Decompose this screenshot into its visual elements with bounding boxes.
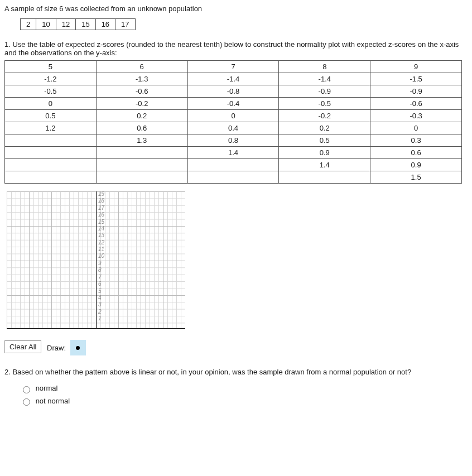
ytick: 5 xyxy=(98,288,102,294)
ytick: 9 xyxy=(98,260,102,266)
ztable-cell: -1.3 xyxy=(96,73,187,85)
ztable-cell: 0 xyxy=(5,98,97,110)
ztable-cell: -0.6 xyxy=(96,85,187,98)
ztable-cell: -0.4 xyxy=(187,98,279,110)
ztable-cell: 0.9 xyxy=(370,159,462,171)
radio-not-normal[interactable] xyxy=(23,398,30,406)
ytick: 3 xyxy=(98,301,102,307)
sample-cell: 16 xyxy=(95,19,115,30)
ytick: 4 xyxy=(98,295,102,301)
ztable-cell: -0.6 xyxy=(370,98,462,110)
ztable-cell: 0.6 xyxy=(96,122,187,134)
ytick: 17 xyxy=(98,205,104,211)
ztable-cell: -0.8 xyxy=(187,85,279,98)
y-axis xyxy=(96,191,97,329)
ztable-cell: -0.9 xyxy=(370,85,462,98)
ztable-cell: -0.2 xyxy=(279,110,370,122)
ytick: 2 xyxy=(98,309,102,315)
ztable-cell xyxy=(96,147,187,159)
sample-cell: 17 xyxy=(115,19,135,30)
dot-icon xyxy=(76,346,80,350)
ytick: 8 xyxy=(98,267,102,273)
ztable-cell xyxy=(5,159,97,171)
ztable-cell: 0.2 xyxy=(96,110,187,122)
ytick: 16 xyxy=(98,211,104,218)
sample-cell: 12 xyxy=(56,19,75,30)
ytick: 13 xyxy=(98,232,104,238)
ztable-cell: 0.3 xyxy=(370,134,462,147)
option-normal[interactable]: normal xyxy=(20,384,57,392)
ztable-cell: 0.5 xyxy=(279,134,370,147)
ztable-cell: 1.4 xyxy=(187,147,279,159)
ztable-cell: -0.5 xyxy=(5,85,97,98)
ztable-header: 7 xyxy=(187,61,279,73)
sample-cell: 2 xyxy=(21,19,36,30)
ytick: 14 xyxy=(98,225,104,232)
ytick: 15 xyxy=(98,219,104,225)
option-not-normal-label: not normal xyxy=(36,397,70,405)
ztable-cell: -0.2 xyxy=(96,98,187,110)
question-1-text: 1. Use the table of expected z-scores (r… xyxy=(4,40,468,57)
ztable-cell: 0.4 xyxy=(187,122,279,134)
clear-all-button[interactable]: Clear All xyxy=(4,340,41,353)
zscore-table: 5 6 7 8 9 -1.2-1.3-1.4-1.4-1.5 -0.5-0.6-… xyxy=(4,60,462,184)
ztable-cell: 0 xyxy=(370,122,462,134)
ztable-cell: -0.9 xyxy=(279,85,370,98)
ztable-header: 9 xyxy=(370,61,462,73)
ztable-cell xyxy=(187,159,279,171)
option-not-normal[interactable]: not normal xyxy=(20,397,70,405)
ztable-header: 5 xyxy=(5,61,97,73)
ytick: 12 xyxy=(98,239,104,246)
ztable-cell: -1.2 xyxy=(5,73,97,85)
question-2-text: 2. Based on whether the pattern above is… xyxy=(4,368,468,376)
ztable-cell: 0.9 xyxy=(279,147,370,159)
ytick: 6 xyxy=(98,281,102,287)
ztable-cell: -1.5 xyxy=(370,73,462,85)
intro-text: A sample of size 6 was collected from an… xyxy=(4,4,468,13)
normality-plot-canvas[interactable]: 19 18 17 16 15 14 13 12 11 10 9 8 7 6 5 … xyxy=(7,191,185,336)
sample-cell: 15 xyxy=(76,19,95,30)
sample-cell: 10 xyxy=(36,19,56,30)
ztable-cell: -1.4 xyxy=(187,73,279,85)
ztable-cell xyxy=(187,171,279,184)
ytick: 11 xyxy=(98,246,104,252)
ztable-cell: -1.4 xyxy=(279,73,370,85)
ztable-cell: -0.3 xyxy=(370,110,462,122)
ztable-cell: -0.5 xyxy=(279,98,370,110)
ztable-header: 6 xyxy=(96,61,187,73)
ytick: 10 xyxy=(98,253,104,259)
ztable-cell xyxy=(5,147,97,159)
ztable-cell: 1.4 xyxy=(279,159,370,171)
draw-point-tool[interactable] xyxy=(70,340,86,355)
ytick: 7 xyxy=(98,274,102,280)
ztable-cell: 1.5 xyxy=(370,171,462,184)
ztable-header: 8 xyxy=(279,61,370,73)
radio-normal[interactable] xyxy=(23,386,30,393)
ztable-cell: 0 xyxy=(187,110,279,122)
ztable-cell: 0.8 xyxy=(187,134,279,147)
ytick: 19 xyxy=(98,191,104,197)
ztable-cell xyxy=(5,171,97,184)
ztable-cell: 0.5 xyxy=(5,110,97,122)
sample-values-table: 2 10 12 15 16 17 xyxy=(20,18,136,30)
ztable-cell: 0.6 xyxy=(370,147,462,159)
ztable-cell xyxy=(96,159,187,171)
ytick: 1 xyxy=(98,315,102,321)
option-normal-label: normal xyxy=(36,384,58,392)
draw-label: Draw: xyxy=(47,344,66,352)
ztable-cell xyxy=(5,134,97,147)
ytick: 18 xyxy=(98,198,104,204)
ztable-cell: 0.2 xyxy=(279,122,370,134)
ztable-cell xyxy=(96,171,187,184)
ztable-cell: 1.3 xyxy=(96,134,187,147)
ztable-cell xyxy=(279,171,370,184)
ztable-cell: 1.2 xyxy=(5,122,97,134)
